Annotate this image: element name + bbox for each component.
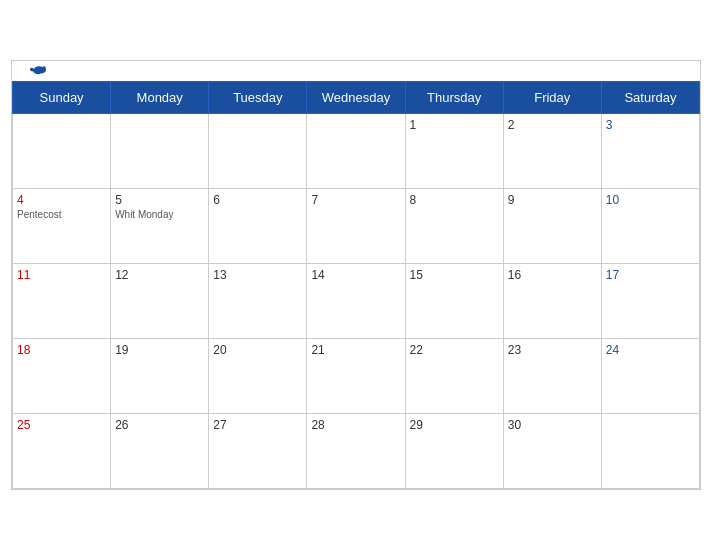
day-number: 11: [17, 268, 106, 282]
day-number: 6: [213, 193, 302, 207]
logo-bird-icon: [30, 64, 46, 78]
calendar-cell: 21: [307, 339, 405, 414]
calendar-cell: [13, 114, 111, 189]
day-number: 7: [311, 193, 400, 207]
calendar-cell: 26: [111, 414, 209, 489]
logo-blue-text: [28, 64, 46, 78]
calendar-cell: 5Whit Monday: [111, 189, 209, 264]
calendar-cell: 18: [13, 339, 111, 414]
calendar-container: SundayMondayTuesdayWednesdayThursdayFrid…: [11, 60, 701, 490]
calendar-header: [12, 61, 700, 81]
calendar-cell: 1: [405, 114, 503, 189]
day-number: 5: [115, 193, 204, 207]
weekday-header-tuesday: Tuesday: [209, 82, 307, 114]
day-number: 20: [213, 343, 302, 357]
day-number: 9: [508, 193, 597, 207]
day-number: 15: [410, 268, 499, 282]
calendar-cell: 20: [209, 339, 307, 414]
calendar-cell: 24: [601, 339, 699, 414]
calendar-cell: [209, 114, 307, 189]
calendar-cell: 3: [601, 114, 699, 189]
day-number: 4: [17, 193, 106, 207]
day-number: 2: [508, 118, 597, 132]
weekday-header-row: SundayMondayTuesdayWednesdayThursdayFrid…: [13, 82, 700, 114]
weekday-header-monday: Monday: [111, 82, 209, 114]
week-row-5: 252627282930: [13, 414, 700, 489]
day-number: 30: [508, 418, 597, 432]
week-row-4: 18192021222324: [13, 339, 700, 414]
day-number: 26: [115, 418, 204, 432]
day-number: 24: [606, 343, 695, 357]
calendar-cell: 13: [209, 264, 307, 339]
calendar-cell: [307, 114, 405, 189]
calendar-cell: 28: [307, 414, 405, 489]
day-number: 27: [213, 418, 302, 432]
weekday-header-saturday: Saturday: [601, 82, 699, 114]
day-number: 18: [17, 343, 106, 357]
calendar-cell: 19: [111, 339, 209, 414]
weekday-header-sunday: Sunday: [13, 82, 111, 114]
calendar-cell: 12: [111, 264, 209, 339]
day-number: 29: [410, 418, 499, 432]
calendar-cell: 29: [405, 414, 503, 489]
calendar-cell: 9: [503, 189, 601, 264]
calendar-cell: 7: [307, 189, 405, 264]
weekday-header-thursday: Thursday: [405, 82, 503, 114]
calendar-grid: SundayMondayTuesdayWednesdayThursdayFrid…: [12, 81, 700, 489]
calendar-cell: 15: [405, 264, 503, 339]
calendar-cell: 4Pentecost: [13, 189, 111, 264]
day-number: 19: [115, 343, 204, 357]
calendar-cell: 25: [13, 414, 111, 489]
day-number: 17: [606, 268, 695, 282]
day-number: 23: [508, 343, 597, 357]
day-number: 10: [606, 193, 695, 207]
weekday-header-friday: Friday: [503, 82, 601, 114]
day-number: 13: [213, 268, 302, 282]
day-number: 21: [311, 343, 400, 357]
day-number: 1: [410, 118, 499, 132]
holiday-name: Whit Monday: [115, 209, 204, 220]
calendar-cell: 14: [307, 264, 405, 339]
calendar-cell: 6: [209, 189, 307, 264]
week-row-3: 11121314151617: [13, 264, 700, 339]
weekday-header-wednesday: Wednesday: [307, 82, 405, 114]
calendar-cell: 11: [13, 264, 111, 339]
day-number: 25: [17, 418, 106, 432]
day-number: 8: [410, 193, 499, 207]
calendar-cell: 10: [601, 189, 699, 264]
day-number: 16: [508, 268, 597, 282]
calendar-cell: 27: [209, 414, 307, 489]
week-row-1: 123: [13, 114, 700, 189]
day-number: 3: [606, 118, 695, 132]
calendar-cell: 23: [503, 339, 601, 414]
week-row-2: 4Pentecost5Whit Monday678910: [13, 189, 700, 264]
calendar-cell: 22: [405, 339, 503, 414]
logo: [28, 64, 46, 78]
calendar-cell: 16: [503, 264, 601, 339]
calendar-cell: 30: [503, 414, 601, 489]
day-number: 22: [410, 343, 499, 357]
day-number: 12: [115, 268, 204, 282]
calendar-cell: 8: [405, 189, 503, 264]
holiday-name: Pentecost: [17, 209, 106, 220]
calendar-cell: 2: [503, 114, 601, 189]
calendar-cell: [601, 414, 699, 489]
calendar-cell: 17: [601, 264, 699, 339]
day-number: 14: [311, 268, 400, 282]
calendar-cell: [111, 114, 209, 189]
day-number: 28: [311, 418, 400, 432]
